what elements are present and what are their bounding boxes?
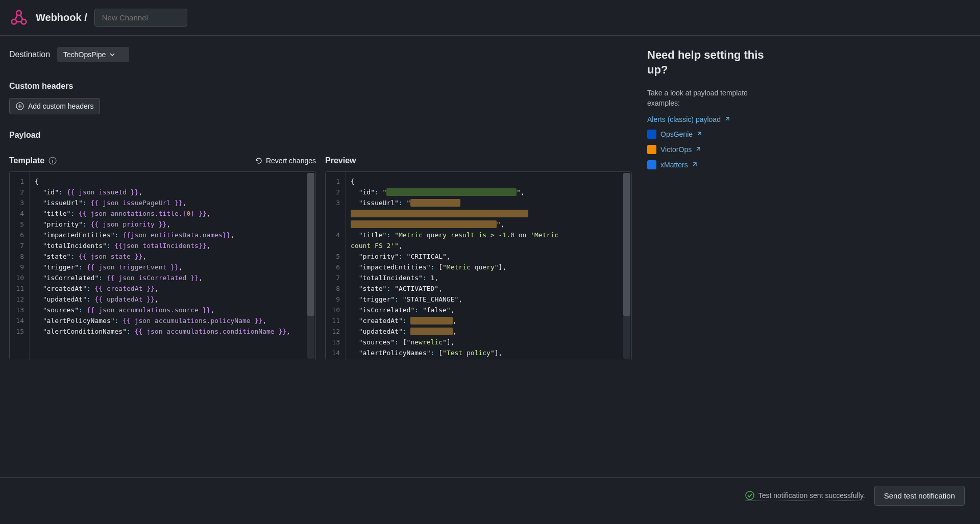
send-test-notification-button[interactable]: Send test notification	[874, 486, 965, 506]
check-circle-icon	[745, 491, 754, 500]
template-code[interactable]: { "id": {{ json issueId }}, "issueUrl": …	[30, 172, 315, 360]
external-link-icon	[724, 116, 730, 122]
header: Webhook /	[0, 0, 980, 36]
help-link-victorops[interactable]: VictorOps	[647, 145, 780, 154]
success-message: Test notification sent successfully.	[745, 491, 865, 501]
destination-row: Destination TechOpsPipe	[9, 47, 632, 62]
add-headers-label: Add custom headers	[28, 102, 93, 110]
victorops-icon	[647, 145, 656, 154]
destination-select[interactable]: TechOpsPipe	[57, 47, 129, 62]
external-link-icon	[691, 162, 697, 168]
preview-editor: 1234567891011121314 { "id": "███████████…	[325, 171, 632, 360]
revert-label: Revert changes	[266, 157, 316, 165]
scrollbar-thumb[interactable]	[623, 173, 630, 316]
revert-changes-link[interactable]: Revert changes	[255, 157, 316, 165]
payload-label: Payload	[9, 131, 632, 140]
external-link-icon	[695, 146, 701, 153]
destination-label: Destination	[9, 50, 50, 59]
xmatters-icon	[647, 160, 656, 169]
svg-point-1	[12, 19, 17, 24]
add-custom-headers-button[interactable]: Add custom headers	[9, 98, 100, 114]
svg-point-0	[16, 10, 21, 15]
help-title: Need help setting this up?	[647, 48, 780, 77]
help-text: Take a look at payload template examples…	[647, 88, 780, 108]
template-title: Template	[9, 156, 57, 165]
svg-point-5	[746, 491, 754, 500]
scrollbar-thumb[interactable]	[307, 173, 314, 316]
footer: Test notification sent successfully. Sen…	[0, 477, 980, 514]
channel-name-input[interactable]	[94, 9, 187, 27]
custom-headers-label: Custom headers	[9, 82, 632, 91]
svg-point-2	[21, 19, 27, 24]
preview-gutter: 1234567891011121314	[326, 172, 346, 360]
breadcrumb: Webhook /	[36, 12, 87, 23]
preview-code: { "id": "███████████████████████████████…	[346, 172, 631, 360]
external-link-icon	[696, 131, 702, 137]
destination-selected-value: TechOpsPipe	[63, 51, 106, 59]
help-panel: Need help setting this up? Take a look a…	[647, 47, 780, 360]
opsgenie-icon	[647, 130, 656, 139]
webhook-logo-icon	[9, 8, 29, 28]
success-text: Test notification sent successfully.	[758, 491, 865, 500]
preview-title: Preview	[325, 156, 356, 165]
help-link-xmatters[interactable]: xMatters	[647, 160, 780, 169]
help-link-opsgenie[interactable]: OpsGenie	[647, 130, 780, 139]
revert-icon	[255, 157, 263, 165]
template-gutter: 123456789101112131415	[10, 172, 30, 360]
help-link-alerts-classic-payload[interactable]: Alerts (classic) payload	[647, 115, 780, 123]
plus-icon	[16, 102, 24, 110]
template-editor[interactable]: 123456789101112131415 { "id": {{ json is…	[9, 171, 316, 360]
chevron-down-icon	[110, 53, 115, 56]
info-icon[interactable]	[48, 157, 57, 165]
